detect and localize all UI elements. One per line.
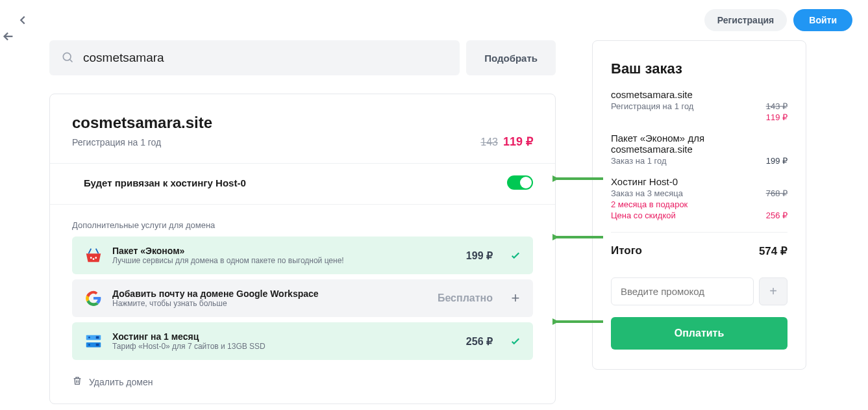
basket-icon bbox=[84, 246, 103, 265]
cart-hosting-discount-label: Цена со скидкой bbox=[611, 211, 676, 220]
trash-icon bbox=[72, 376, 82, 388]
check-icon[interactable] bbox=[510, 250, 521, 261]
addon-title: Добавить почту на домене Google Workspac… bbox=[112, 288, 428, 299]
svg-point-7 bbox=[88, 344, 90, 346]
svg-point-0 bbox=[63, 53, 71, 60]
addon-price: 199 ₽ bbox=[466, 250, 493, 262]
cart-hosting-discount-price: 256 ₽ bbox=[766, 211, 787, 220]
promo-add-button[interactable]: + bbox=[759, 277, 787, 305]
hosting-bind-toggle[interactable] bbox=[507, 175, 533, 190]
pay-button[interactable]: Оплатить bbox=[611, 317, 787, 350]
cart-hosting-old-price: 768 ₽ bbox=[766, 188, 787, 198]
back-arrow-icon[interactable] bbox=[16, 13, 30, 27]
domain-new-price: 119 ₽ bbox=[503, 135, 533, 149]
svg-rect-9 bbox=[96, 344, 99, 346]
addon-title: Хостинг на 1 месяц bbox=[112, 331, 457, 342]
cart-package-label: Пакет «Эконом» для cosmetsamara.site bbox=[611, 133, 787, 155]
svg-rect-8 bbox=[96, 337, 99, 339]
addon-price: Бесплатно bbox=[438, 292, 493, 304]
cart-total-label: Итого bbox=[611, 244, 642, 258]
svg-point-2 bbox=[95, 257, 97, 259]
addon-desc: Нажмите, чтобы узнать больше bbox=[112, 299, 428, 308]
addon-google-workspace[interactable]: Добавить почту на домене Google Workspac… bbox=[72, 279, 533, 317]
cart-title: Ваш заказ bbox=[611, 60, 787, 77]
cart-reg-new-price: 119 ₽ bbox=[766, 112, 787, 122]
addon-hosting[interactable]: Хостинг на 1 месяц Тариф «Host-0» для 7 … bbox=[72, 322, 533, 360]
cart-hosting-sub: Заказ на 3 месяца bbox=[611, 188, 683, 198]
svg-point-3 bbox=[93, 258, 95, 260]
cart-hosting-bonus: 2 месяца в подарок bbox=[611, 199, 688, 209]
svg-point-6 bbox=[88, 337, 90, 339]
cart-reg-old-price: 143 ₽ bbox=[766, 101, 787, 111]
search-icon bbox=[61, 51, 74, 66]
check-icon[interactable] bbox=[510, 335, 521, 347]
delete-domain-label: Удалить домен bbox=[89, 377, 153, 387]
hosting-bind-label: Будет привязан к хостингу Host-0 bbox=[84, 177, 246, 188]
addon-title: Пакет «Эконом» bbox=[112, 246, 457, 256]
cart-hosting-label: Хостинг Host-0 bbox=[611, 176, 787, 187]
svg-point-1 bbox=[90, 257, 92, 259]
addon-desc: Лучшие сервисы для домена в одном пакете… bbox=[112, 256, 457, 265]
cart-reg-label: Регистрация на 1 год bbox=[611, 101, 693, 111]
delete-domain-button[interactable]: Удалить домен bbox=[72, 376, 533, 388]
addon-desc: Тариф «Host-0» для 7 сайтов и 13GB SSD bbox=[112, 342, 457, 351]
addon-economy-package[interactable]: Пакет «Эконом» Лучшие сервисы для домена… bbox=[72, 237, 533, 274]
addon-price: 256 ₽ bbox=[466, 335, 493, 348]
cart-domain-name: cosmetsamara.site bbox=[611, 89, 787, 100]
cart-package-price: 199 ₽ bbox=[766, 156, 787, 166]
addons-caption: Дополнительные услуги для домена bbox=[72, 220, 533, 230]
cart-package-sub: Заказ на 1 год bbox=[611, 156, 667, 166]
register-button[interactable]: Регистрация bbox=[704, 9, 787, 31]
promo-code-input[interactable] bbox=[611, 277, 754, 305]
google-icon bbox=[84, 288, 103, 308]
login-button[interactable]: Войти bbox=[793, 9, 852, 31]
plus-icon[interactable]: + bbox=[510, 292, 521, 304]
domain-old-price: 143 bbox=[480, 136, 498, 148]
cart-summary: Ваш заказ cosmetsamara.site Регистрация … bbox=[592, 40, 806, 370]
cart-total-value: 574 ₽ bbox=[759, 244, 787, 258]
registration-term-label: Регистрация на 1 год bbox=[72, 137, 161, 147]
domain-name: cosmetsamara.site bbox=[72, 114, 533, 132]
search-button[interactable]: Подобрать bbox=[466, 40, 556, 75]
domain-search-input[interactable] bbox=[83, 51, 448, 65]
domain-card: cosmetsamara.site Регистрация на 1 год 1… bbox=[49, 94, 556, 404]
server-icon bbox=[84, 331, 103, 351]
